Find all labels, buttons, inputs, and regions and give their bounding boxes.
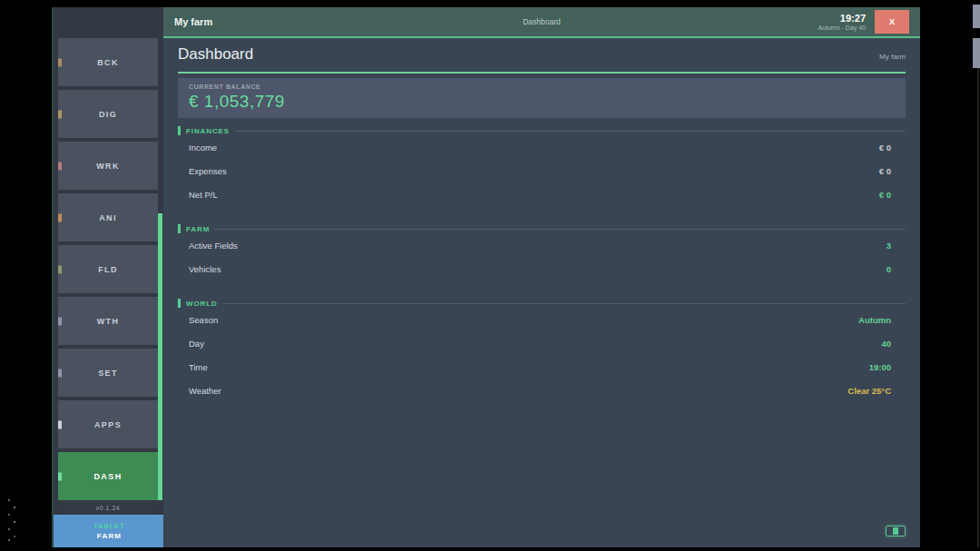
current-balance-card: CURRENT BALANCE € 1,053,779: [178, 78, 906, 118]
stat-label: Season: [189, 315, 218, 325]
section-accent-bar: [178, 299, 181, 308]
content-farm-name: My farm: [879, 53, 906, 64]
fields-icon: [58, 265, 62, 273]
section-divider-line: [235, 131, 906, 132]
sidebar-item-label: SET: [98, 369, 118, 378]
tablet-label: TABLET: [93, 523, 124, 529]
farm-app-button[interactable]: TABLET FARM: [54, 515, 165, 547]
page-title: Dashboard: [178, 45, 253, 64]
sidebar-item-settings[interactable]: SET: [58, 349, 158, 397]
offscreen-window-fragment: [973, 38, 980, 68]
sidebar-item-animals[interactable]: ANI: [58, 193, 158, 241]
stat-label: Net P/L: [189, 190, 218, 200]
section-finances: FINANCES Income € 0 Expenses € 0 Net P/L…: [178, 126, 906, 206]
section-farm: FARM Active Fields 3 Vehicles 0: [178, 224, 906, 280]
balance-value: € 1,053,779: [189, 92, 895, 112]
stat-row: Season Autumn: [178, 308, 906, 331]
section-accent-bar: [178, 224, 181, 233]
sidebar-item-label: DASH: [93, 472, 122, 481]
farm-label: FARM: [97, 532, 122, 540]
stat-row: Active Fields 3: [178, 233, 906, 257]
section-world: WORLD Season Autumn Day 40 Time 19:00 We…: [178, 299, 906, 402]
stat-value: € 0: [879, 166, 891, 176]
stat-row: Income € 0: [178, 135, 906, 159]
work-icon: [58, 162, 62, 170]
offscreen-window-edge: [977, 68, 979, 547]
stat-value: 3: [887, 241, 891, 251]
stat-label: Weather: [189, 386, 221, 396]
section-header: FARM: [178, 224, 906, 233]
sidebar-item-label: FLD: [98, 265, 118, 274]
stat-row: Weather Clear 25°C: [178, 379, 906, 402]
section-header: FINANCES: [178, 126, 906, 135]
apps-icon: [58, 420, 62, 428]
stat-label: Active Fields: [189, 241, 238, 251]
stat-value: 40: [881, 339, 891, 349]
section-divider-line: [215, 229, 906, 230]
close-button[interactable]: X: [875, 10, 909, 34]
battery-fill: [893, 527, 898, 535]
sidebar-item-label: WTH: [97, 317, 120, 326]
section-title: WORLD: [186, 300, 218, 308]
stat-value: Autumn: [858, 315, 891, 325]
stat-row: Vehicles 0: [178, 257, 906, 280]
stat-value: Clear 25°C: [848, 386, 891, 396]
stat-value: € 0: [879, 143, 891, 153]
battery-icon: [886, 526, 906, 536]
header-right: 19:27 Autumn - Day 40 X: [664, 10, 909, 34]
sidebar-item-work[interactable]: WRK: [58, 142, 158, 190]
sidebar-item-label: WRK: [96, 162, 120, 171]
stat-label: Day: [189, 339, 204, 349]
section-title: FINANCES: [186, 127, 230, 135]
dashboard-icon: [58, 472, 62, 480]
version-label: v0.1.24: [58, 500, 158, 515]
weather-icon: [58, 317, 62, 325]
settings-icon: [58, 369, 62, 377]
sidebar: BCK DIG WRK ANI FLD WTH SET APPS: [52, 7, 163, 547]
time-label: 19:27: [818, 13, 866, 24]
balance-label: CURRENT BALANCE: [189, 84, 895, 90]
sidebar-item-dig[interactable]: DIG: [58, 90, 158, 138]
title-divider: [178, 72, 906, 74]
stat-label: Income: [189, 143, 217, 153]
stat-label: Vehicles: [189, 264, 220, 274]
stat-label: Expenses: [189, 166, 227, 176]
main-panel: My farm Dashboard 19:27 Autumn - Day 40 …: [163, 7, 920, 547]
section-header: WORLD: [178, 299, 906, 308]
stat-value: € 0: [879, 190, 891, 200]
section-title: FARM: [186, 225, 210, 233]
title-row: Dashboard My farm: [178, 45, 906, 64]
stat-row: Time 19:00: [178, 355, 906, 379]
sidebar-scrollbar[interactable]: [158, 213, 162, 500]
sidebar-item-label: ANI: [99, 213, 117, 222]
stat-value: 0: [887, 264, 891, 274]
stat-row: Expenses € 0: [178, 159, 906, 182]
header-farm-name: My farm: [174, 16, 419, 27]
sidebar-item-dashboard[interactable]: DASH: [58, 452, 158, 500]
sidebar-item-fields[interactable]: FLD: [58, 245, 158, 293]
sidebar-item-back[interactable]: BCK: [58, 38, 158, 86]
sidebar-item-label: APPS: [94, 420, 122, 429]
sidebar-item-apps[interactable]: APPS: [58, 400, 158, 448]
offscreen-window-fragment: [973, 5, 980, 28]
header-breadcrumb: Dashboard: [419, 17, 664, 26]
dashboard-content: Dashboard My farm CURRENT BALANCE € 1,05…: [163, 38, 920, 547]
back-icon: [58, 58, 62, 66]
date-label: Autumn - Day 40: [818, 25, 866, 31]
sidebar-item-label: BCK: [97, 58, 119, 67]
section-accent-bar: [178, 126, 181, 135]
stat-label: Time: [189, 362, 208, 372]
sidebar-item-weather[interactable]: WTH: [58, 297, 158, 345]
stat-value: 19:00: [869, 362, 891, 372]
stat-row: Day 40: [178, 331, 906, 355]
dig-icon: [58, 110, 62, 118]
section-divider-line: [223, 303, 906, 304]
header-bar: My farm Dashboard 19:27 Autumn - Day 40 …: [163, 7, 920, 38]
tablet-window: BCK DIG WRK ANI FLD WTH SET APPS: [52, 7, 920, 547]
sidebar-item-label: DIG: [99, 110, 117, 119]
clock: 19:27 Autumn - Day 40: [818, 13, 866, 31]
animals-icon: [58, 213, 62, 221]
noise-dots: [8, 499, 10, 501]
stat-row: Net P/L € 0: [178, 182, 906, 206]
